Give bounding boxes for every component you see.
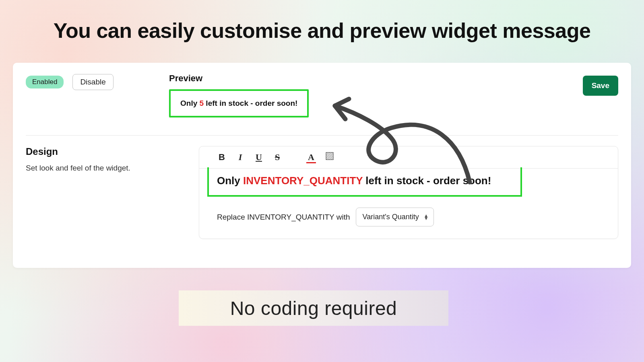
preview-prefix: Only [180, 99, 200, 107]
text-color-icon[interactable]: A [306, 152, 316, 162]
editor-prefix: Only [217, 175, 243, 187]
hero-title: You can easily customise and preview wid… [0, 19, 644, 43]
editor-token: INVENTORY_QUANTITY [243, 175, 363, 187]
editor-toolbar: B I U S A [199, 146, 618, 169]
background-color-icon[interactable] [325, 152, 334, 162]
replace-select[interactable]: Variant's Quantity ▲▼ [356, 208, 434, 226]
enabled-badge: Enabled [26, 76, 64, 88]
footer-tagline: No coding required [179, 290, 448, 326]
underline-icon[interactable]: U [254, 152, 264, 162]
replace-label: Replace INVENTORY_QUANTITY with [217, 213, 350, 222]
preview-suffix: left in stock - order soon! [204, 99, 297, 107]
preview-qty: 5 [200, 99, 204, 107]
chevron-updown-icon: ▲▼ [424, 214, 429, 220]
design-description: Set look and feel of the widget. [26, 164, 199, 173]
section-divider [26, 135, 618, 136]
editor-content[interactable]: Only INVENTORY_QUANTITY left in stock - … [207, 167, 522, 197]
preview-message-box: Only 5 left in stock - order soon! [169, 89, 309, 117]
replace-selected: Variant's Quantity [363, 213, 419, 221]
bold-icon[interactable]: B [217, 152, 227, 162]
editor-suffix: left in stock - order soon! [363, 175, 491, 187]
save-button[interactable]: Save [583, 76, 618, 96]
italic-icon[interactable]: I [235, 152, 245, 162]
preview-heading: Preview [169, 73, 570, 84]
strikethrough-icon[interactable]: S [272, 152, 282, 162]
svg-rect-0 [326, 152, 333, 160]
settings-panel: Enabled Disable Preview Only 5 left in s… [13, 63, 631, 268]
design-heading: Design [26, 146, 199, 157]
editor-card: B I U S A Only INVENTORY_QUANTITY left i… [199, 146, 618, 239]
disable-button[interactable]: Disable [72, 74, 113, 90]
